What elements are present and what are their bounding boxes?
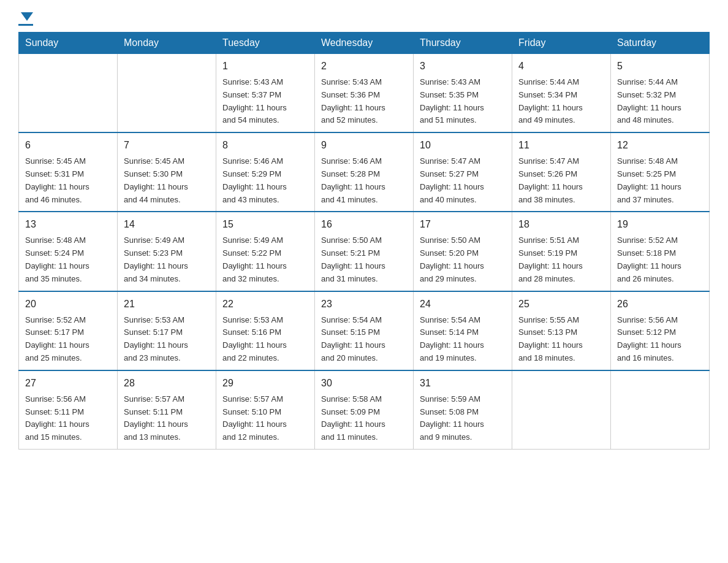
calendar-cell: 8Sunrise: 5:46 AMSunset: 5:29 PMDaylight… xyxy=(216,132,315,212)
calendar-week-row: 13Sunrise: 5:48 AMSunset: 5:24 PMDayligh… xyxy=(19,212,710,291)
day-info: Sunrise: 5:50 AMSunset: 5:21 PMDaylight:… xyxy=(321,234,407,285)
day-info: Sunrise: 5:48 AMSunset: 5:24 PMDaylight:… xyxy=(25,234,111,285)
day-info: Sunrise: 5:49 AMSunset: 5:23 PMDaylight:… xyxy=(124,234,210,285)
calendar-cell: 19Sunrise: 5:52 AMSunset: 5:18 PMDayligh… xyxy=(611,212,710,291)
day-number: 16 xyxy=(321,217,407,232)
calendar-cell: 11Sunrise: 5:47 AMSunset: 5:26 PMDayligh… xyxy=(512,132,611,212)
weekday-header-saturday: Saturday xyxy=(611,33,710,54)
day-info: Sunrise: 5:43 AMSunset: 5:37 PMDaylight:… xyxy=(222,76,308,127)
calendar-cell: 29Sunrise: 5:57 AMSunset: 5:10 PMDayligh… xyxy=(216,370,315,450)
calendar-cell: 5Sunrise: 5:44 AMSunset: 5:32 PMDaylight… xyxy=(611,54,710,133)
calendar-cell: 25Sunrise: 5:55 AMSunset: 5:13 PMDayligh… xyxy=(512,291,611,370)
day-info: Sunrise: 5:53 AMSunset: 5:16 PMDaylight:… xyxy=(222,314,308,365)
calendar-cell: 18Sunrise: 5:51 AMSunset: 5:19 PMDayligh… xyxy=(512,212,611,291)
day-info: Sunrise: 5:58 AMSunset: 5:09 PMDaylight:… xyxy=(321,393,407,444)
logo-underline xyxy=(18,24,33,26)
day-number: 15 xyxy=(222,217,308,232)
weekday-header-sunday: Sunday xyxy=(19,33,118,54)
day-info: Sunrise: 5:56 AMSunset: 5:12 PMDaylight:… xyxy=(617,314,703,365)
calendar-cell: 3Sunrise: 5:43 AMSunset: 5:35 PMDaylight… xyxy=(414,54,512,133)
day-number: 20 xyxy=(25,297,111,312)
day-number: 9 xyxy=(321,138,407,153)
day-info: Sunrise: 5:45 AMSunset: 5:31 PMDaylight:… xyxy=(25,155,111,206)
day-info: Sunrise: 5:57 AMSunset: 5:11 PMDaylight:… xyxy=(124,393,210,444)
day-number: 3 xyxy=(420,59,506,74)
calendar-cell: 4Sunrise: 5:44 AMSunset: 5:34 PMDaylight… xyxy=(512,54,611,133)
day-number: 6 xyxy=(25,138,111,153)
day-info: Sunrise: 5:51 AMSunset: 5:19 PMDaylight:… xyxy=(518,234,604,285)
calendar-cell: 27Sunrise: 5:56 AMSunset: 5:11 PMDayligh… xyxy=(19,370,118,450)
calendar-cell: 12Sunrise: 5:48 AMSunset: 5:25 PMDayligh… xyxy=(611,132,710,212)
day-info: Sunrise: 5:43 AMSunset: 5:36 PMDaylight:… xyxy=(321,76,407,127)
calendar-cell: 31Sunrise: 5:59 AMSunset: 5:08 PMDayligh… xyxy=(414,370,512,450)
calendar-cell: 20Sunrise: 5:52 AMSunset: 5:17 PMDayligh… xyxy=(19,291,118,370)
day-number: 21 xyxy=(124,297,210,312)
calendar-cell xyxy=(118,54,216,133)
day-info: Sunrise: 5:47 AMSunset: 5:27 PMDaylight:… xyxy=(420,155,506,206)
weekday-header-wednesday: Wednesday xyxy=(315,33,414,54)
day-info: Sunrise: 5:46 AMSunset: 5:28 PMDaylight:… xyxy=(321,155,407,206)
calendar-cell: 1Sunrise: 5:43 AMSunset: 5:37 PMDaylight… xyxy=(216,54,315,133)
calendar-cell xyxy=(611,370,710,450)
day-number: 23 xyxy=(321,297,407,312)
calendar-week-row: 6Sunrise: 5:45 AMSunset: 5:31 PMDaylight… xyxy=(19,132,710,212)
calendar-cell: 17Sunrise: 5:50 AMSunset: 5:20 PMDayligh… xyxy=(414,212,512,291)
day-info: Sunrise: 5:54 AMSunset: 5:15 PMDaylight:… xyxy=(321,314,407,365)
calendar-cell: 10Sunrise: 5:47 AMSunset: 5:27 PMDayligh… xyxy=(414,132,512,212)
calendar-table: SundayMondayTuesdayWednesdayThursdayFrid… xyxy=(18,32,710,450)
day-number: 8 xyxy=(222,138,308,153)
calendar-cell: 2Sunrise: 5:43 AMSunset: 5:36 PMDaylight… xyxy=(315,54,414,133)
day-number: 26 xyxy=(617,297,703,312)
calendar-week-row: 1Sunrise: 5:43 AMSunset: 5:37 PMDaylight… xyxy=(19,54,710,133)
day-info: Sunrise: 5:47 AMSunset: 5:26 PMDaylight:… xyxy=(518,155,604,206)
day-info: Sunrise: 5:46 AMSunset: 5:29 PMDaylight:… xyxy=(222,155,308,206)
weekday-header-monday: Monday xyxy=(118,33,216,54)
calendar-cell: 21Sunrise: 5:53 AMSunset: 5:17 PMDayligh… xyxy=(118,291,216,370)
calendar-cell xyxy=(512,370,611,450)
weekday-header-friday: Friday xyxy=(512,33,611,54)
day-number: 28 xyxy=(124,376,210,391)
day-number: 11 xyxy=(518,138,604,153)
day-number: 24 xyxy=(420,297,506,312)
calendar-cell: 15Sunrise: 5:49 AMSunset: 5:22 PMDayligh… xyxy=(216,212,315,291)
weekday-header-row: SundayMondayTuesdayWednesdayThursdayFrid… xyxy=(19,33,710,54)
day-number: 7 xyxy=(124,138,210,153)
day-info: Sunrise: 5:56 AMSunset: 5:11 PMDaylight:… xyxy=(25,393,111,444)
day-number: 22 xyxy=(222,297,308,312)
day-info: Sunrise: 5:55 AMSunset: 5:13 PMDaylight:… xyxy=(518,314,604,365)
day-number: 27 xyxy=(25,376,111,391)
day-number: 2 xyxy=(321,59,407,74)
day-info: Sunrise: 5:44 AMSunset: 5:34 PMDaylight:… xyxy=(518,76,604,127)
day-number: 31 xyxy=(420,376,506,391)
weekday-header-tuesday: Tuesday xyxy=(216,33,315,54)
day-info: Sunrise: 5:50 AMSunset: 5:20 PMDaylight:… xyxy=(420,234,506,285)
calendar-cell: 7Sunrise: 5:45 AMSunset: 5:30 PMDaylight… xyxy=(118,132,216,212)
calendar-cell xyxy=(19,54,118,133)
day-info: Sunrise: 5:53 AMSunset: 5:17 PMDaylight:… xyxy=(124,314,210,365)
calendar-cell: 23Sunrise: 5:54 AMSunset: 5:15 PMDayligh… xyxy=(315,291,414,370)
day-number: 4 xyxy=(518,59,604,74)
day-number: 25 xyxy=(518,297,604,312)
day-number: 30 xyxy=(321,376,407,391)
day-info: Sunrise: 5:49 AMSunset: 5:22 PMDaylight:… xyxy=(222,234,308,285)
day-info: Sunrise: 5:54 AMSunset: 5:14 PMDaylight:… xyxy=(420,314,506,365)
calendar-cell: 24Sunrise: 5:54 AMSunset: 5:14 PMDayligh… xyxy=(414,291,512,370)
logo-triangle-icon xyxy=(21,12,33,21)
calendar-cell: 22Sunrise: 5:53 AMSunset: 5:16 PMDayligh… xyxy=(216,291,315,370)
day-number: 14 xyxy=(124,217,210,232)
day-number: 10 xyxy=(420,138,506,153)
day-info: Sunrise: 5:57 AMSunset: 5:10 PMDaylight:… xyxy=(222,393,308,444)
calendar-cell: 26Sunrise: 5:56 AMSunset: 5:12 PMDayligh… xyxy=(611,291,710,370)
day-info: Sunrise: 5:52 AMSunset: 5:18 PMDaylight:… xyxy=(617,234,703,285)
calendar-cell: 30Sunrise: 5:58 AMSunset: 5:09 PMDayligh… xyxy=(315,370,414,450)
day-info: Sunrise: 5:44 AMSunset: 5:32 PMDaylight:… xyxy=(617,76,703,127)
page-header xyxy=(18,12,710,26)
calendar-cell: 28Sunrise: 5:57 AMSunset: 5:11 PMDayligh… xyxy=(118,370,216,450)
day-number: 19 xyxy=(617,217,703,232)
day-info: Sunrise: 5:45 AMSunset: 5:30 PMDaylight:… xyxy=(124,155,210,206)
day-number: 18 xyxy=(518,217,604,232)
day-number: 13 xyxy=(25,217,111,232)
day-info: Sunrise: 5:48 AMSunset: 5:25 PMDaylight:… xyxy=(617,155,703,206)
calendar-cell: 9Sunrise: 5:46 AMSunset: 5:28 PMDaylight… xyxy=(315,132,414,212)
day-info: Sunrise: 5:43 AMSunset: 5:35 PMDaylight:… xyxy=(420,76,506,127)
